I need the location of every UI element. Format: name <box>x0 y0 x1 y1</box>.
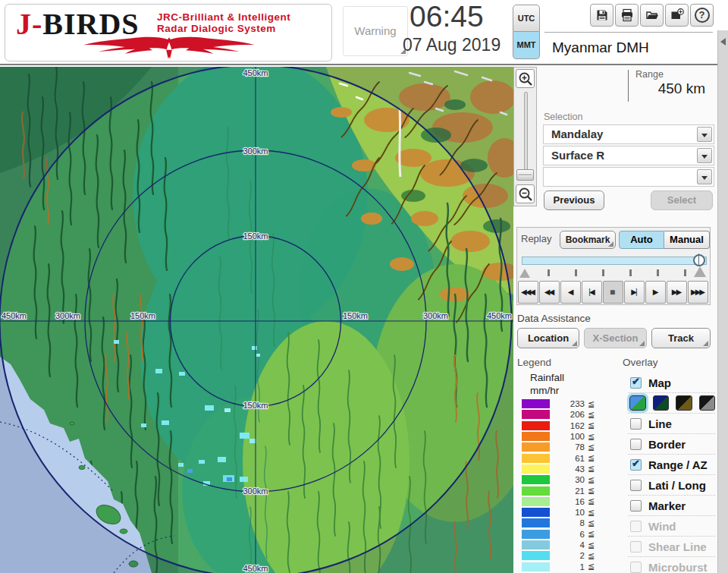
legend-value: 1 <box>550 562 585 571</box>
site-dropdown[interactable]: Mandalay <box>543 124 714 144</box>
slider-tick <box>657 269 659 276</box>
radar-map[interactable]: 450km 300km 150km 150km 300km 450km 450k… <box>0 67 513 573</box>
legend-value: 21 <box>550 486 585 496</box>
legend-row: 206≦ <box>522 409 607 420</box>
overlay-item-shear-line: Shear Line <box>628 537 715 557</box>
lte-symbol: ≦ <box>588 475 595 485</box>
svg-text:450km: 450km <box>243 564 268 573</box>
extra-dropdown-arrow-icon[interactable] <box>697 169 712 184</box>
legend-color-swatch <box>522 551 550 560</box>
map-style-swatch-3[interactable] <box>676 395 692 411</box>
lati-long-checkbox[interactable] <box>630 480 642 491</box>
eagle-logo-icon <box>11 35 327 61</box>
map-zoom-control <box>513 67 537 206</box>
map-style-swatch-4[interactable] <box>699 395 716 411</box>
legend-row: 61≦ <box>522 452 607 463</box>
legend-color-swatch <box>522 486 550 496</box>
bookmark-button[interactable]: Bookmark <box>560 231 616 249</box>
legend-row: 8≦ <box>522 518 607 528</box>
microburst-checkbox <box>630 562 642 573</box>
legend-value: 30 <box>550 475 585 484</box>
clock-time: 06:45 <box>410 0 484 33</box>
overlay-item-label: Shear Line <box>648 540 707 553</box>
zoom-out-button[interactable] <box>516 184 535 203</box>
marker-checkbox[interactable] <box>630 500 642 512</box>
legend-color-swatch <box>522 399 550 408</box>
print-button[interactable] <box>615 4 639 27</box>
warning-button[interactable]: Warning <box>343 6 408 56</box>
lte-symbol: ≦ <box>588 464 595 474</box>
manual-mode-button[interactable]: Manual <box>664 231 710 249</box>
play-button[interactable]: ▶ <box>645 281 666 304</box>
help-button[interactable]: ? <box>690 4 714 27</box>
overlay-item-range-az[interactable]: Range / AZ <box>628 455 715 475</box>
overlay-item-marker[interactable]: Marker <box>628 496 715 516</box>
stop-button[interactable]: ■ <box>603 281 623 304</box>
previous-button[interactable]: Previous <box>544 190 604 210</box>
time-slider-thumb[interactable] <box>693 254 705 266</box>
rewind-button[interactable]: ◀◀ <box>539 281 560 304</box>
site-dropdown-arrow-icon[interactable] <box>697 127 712 142</box>
legend-value: 8 <box>550 518 585 527</box>
legend-value: 10 <box>550 508 585 517</box>
panel-collapse-handle[interactable] <box>717 30 728 573</box>
range-value: 450 km <box>635 80 705 97</box>
slider-tick <box>629 269 632 276</box>
track-button[interactable]: Track <box>651 328 711 348</box>
lte-symbol: ≦ <box>588 562 595 571</box>
time-slider-track[interactable] <box>522 257 707 265</box>
save-button[interactable] <box>590 4 613 27</box>
zoom-slider-track[interactable] <box>524 92 528 175</box>
legend-row: 6≦ <box>522 529 607 540</box>
select-button[interactable]: Select <box>651 190 713 210</box>
overlay-item-label: Map <box>648 376 671 389</box>
auto-mode-button[interactable]: Auto <box>619 231 664 249</box>
overlay-item-label: Marker <box>648 499 686 512</box>
legend-label: Legend <box>517 357 551 368</box>
zoom-slider-thumb[interactable] <box>516 169 534 181</box>
legend-color-swatch <box>522 518 550 527</box>
save-icon <box>595 8 609 22</box>
location-button[interactable]: Location <box>517 328 579 348</box>
rewind-fast-button[interactable]: ◀◀◀ <box>518 281 538 304</box>
map-style-swatch-1[interactable] <box>629 395 646 411</box>
overlay-item-lati-long[interactable]: Lati / Long <box>628 475 715 496</box>
overlay-item-label: Microburst <box>648 561 708 573</box>
zoom-in-button[interactable] <box>516 69 535 88</box>
slider-tick <box>548 269 550 276</box>
legend-row: 1≦ <box>522 561 607 571</box>
mmt-button[interactable]: MMT <box>513 32 540 59</box>
legend-color-swatch <box>522 497 550 506</box>
legend-color-swatch <box>522 454 550 463</box>
jbirds-logo: J-BIRDS JRC-Brilliant & Intelligent Rada… <box>5 4 332 61</box>
open-folder-button[interactable] <box>640 4 664 27</box>
step-back-button[interactable]: |◀ <box>582 281 602 304</box>
legend-color-swatch <box>522 442 550 452</box>
svg-text:300km: 300km <box>243 486 268 496</box>
overlay-item-line[interactable]: Line <box>628 414 715 434</box>
lte-symbol: ≦ <box>588 551 595 561</box>
line-checkbox[interactable] <box>630 418 642 430</box>
add-image-button[interactable] <box>665 4 689 27</box>
product-dropdown-arrow-icon[interactable] <box>697 148 712 163</box>
overlay-item-border[interactable]: Border <box>628 434 715 455</box>
map-checkbox[interactable] <box>630 377 642 389</box>
map-style-swatches <box>628 393 715 414</box>
legend-value: 2 <box>550 551 585 560</box>
forward-fast-button[interactable]: ▶▶▶ <box>688 281 708 304</box>
map-style-swatch-2[interactable] <box>653 395 670 411</box>
utc-button[interactable]: UTC <box>513 5 540 32</box>
border-checkbox[interactable] <box>630 439 642 450</box>
product-dropdown[interactable]: Surface R <box>543 146 714 165</box>
step-forward-button[interactable]: ▶| <box>624 281 645 304</box>
play-reverse-button[interactable]: ◀ <box>560 281 581 304</box>
range-az-checkbox[interactable] <box>630 459 642 471</box>
zoom-in-icon <box>518 71 533 87</box>
forward-button[interactable]: ▶▶ <box>667 281 687 304</box>
overlay-item-map[interactable]: Map <box>628 373 715 393</box>
logo-subtitle: JRC-Brilliant & Intelligent Radar Dialog… <box>157 11 290 34</box>
legend-color-swatch <box>522 508 550 517</box>
extra-dropdown[interactable] <box>543 167 714 187</box>
lte-symbol: ≦ <box>588 453 595 463</box>
x-section-button[interactable]: X-Section <box>584 328 647 348</box>
